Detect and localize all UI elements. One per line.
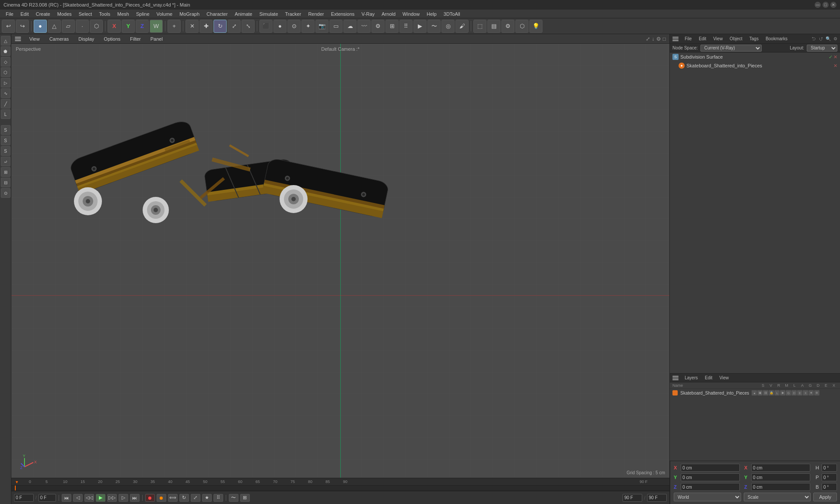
timeline-settings-button[interactable]: ⠿ <box>214 494 223 502</box>
rp-object-menu[interactable]: Object <box>728 35 745 42</box>
layer-play-icon[interactable]: ▶ <box>780 390 785 396</box>
coord-y-input[interactable] <box>681 473 740 481</box>
sidebar-btn-10[interactable]: ⊞ <box>1 167 10 177</box>
menu-window[interactable]: Window <box>399 10 423 18</box>
uvw-mode-button[interactable]: ⬡ <box>90 20 103 33</box>
rp-icon-3[interactable]: 🔍 <box>826 36 831 41</box>
menu-help[interactable]: Help <box>424 10 440 18</box>
render-button[interactable]: ⬡ <box>515 20 528 33</box>
viewport-panel-menu[interactable]: Panel <box>148 35 165 42</box>
coord-x-input[interactable] <box>681 464 740 472</box>
menu-render[interactable]: Render <box>305 10 327 18</box>
menu-edit[interactable]: Edit <box>18 10 32 18</box>
light-button-2[interactable]: 💡 <box>529 20 542 33</box>
layer-d-icon[interactable]: D <box>791 390 797 396</box>
end-frame-input[interactable] <box>623 494 642 502</box>
start-frame-input[interactable] <box>38 494 56 502</box>
menu-tools[interactable]: Tools <box>96 10 113 18</box>
sidebar-btn-7[interactable]: ╱ <box>1 99 10 108</box>
menu-vray[interactable]: V-Ray <box>358 10 378 18</box>
keyframe-rot-button[interactable]: ↻ <box>179 494 189 502</box>
goto-end-button[interactable]: ⏭ <box>130 494 140 502</box>
layout-dropdown[interactable]: Startup <box>807 45 837 52</box>
polygon-mode-button[interactable]: △ <box>48 20 61 33</box>
menu-create[interactable]: Create <box>33 10 53 18</box>
rotate-y-button[interactable]: Y <box>122 20 135 33</box>
subdivision-check-icon[interactable]: ✓ <box>829 54 833 60</box>
sphere-button[interactable]: ● <box>273 20 287 33</box>
playhead[interactable] <box>15 486 16 490</box>
nurbs-button[interactable]: ◎ <box>441 20 455 33</box>
viewport-menu-icon[interactable] <box>15 37 21 41</box>
menu-extensions[interactable]: Extensions <box>328 10 357 18</box>
viewport-cameras-menu[interactable]: Cameras <box>47 35 72 42</box>
layer-x-icon[interactable]: X <box>803 390 808 396</box>
timeline-extra-button[interactable]: ⊞ <box>240 494 250 502</box>
timeline-track[interactable] <box>11 486 669 491</box>
cube-button[interactable]: ⬛ <box>259 20 273 33</box>
floor-button[interactable]: ▭ <box>329 20 343 33</box>
paint-button[interactable]: 🖌 <box>455 20 469 33</box>
rp-icon-1[interactable]: ⮌ <box>812 36 816 41</box>
render-settings-button[interactable]: ⚙ <box>501 20 514 33</box>
menu-mograph[interactable]: MoGraph <box>176 10 203 18</box>
next-keyframe-button[interactable]: ▷▷ <box>107 494 117 502</box>
menu-select[interactable]: Select <box>76 10 95 18</box>
sidebar-btn-s1[interactable]: S <box>1 125 10 135</box>
menu-modes[interactable]: Modes <box>54 10 75 18</box>
rp-icon-2[interactable]: ⮍ <box>819 36 823 41</box>
sidebar-btn-1[interactable]: △ <box>1 36 10 46</box>
layer-render-icon[interactable]: ▤ <box>763 390 768 396</box>
cylinder-button[interactable]: ⊙ <box>287 20 301 33</box>
sidebar-btn-4[interactable]: ⬡ <box>1 67 10 77</box>
object-item-skateboard[interactable]: ● Skateboard_Shattered_into_Pieces ✕ <box>670 61 840 70</box>
rotate-tool-button[interactable]: ↻ <box>214 20 227 33</box>
viewport-display-menu[interactable]: Display <box>76 35 97 42</box>
current-frame-input[interactable] <box>14 494 34 502</box>
maximize-button[interactable]: □ <box>822 2 829 8</box>
sidebar-btn-s3[interactable]: S <box>1 146 10 156</box>
effector-button[interactable]: ▶ <box>413 20 427 33</box>
transform-tool-button[interactable]: ⤡ <box>242 20 255 33</box>
sidebar-btn-2[interactable]: ⬟ <box>1 46 10 56</box>
object-mode-button[interactable]: ● <box>34 20 47 33</box>
rp-bookmarks-menu[interactable]: Bookmarks <box>763 35 790 42</box>
menu-mesh[interactable]: Mesh <box>114 10 132 18</box>
keyframe-scale-button[interactable]: ⤢ <box>191 494 200 502</box>
edge-mode-button[interactable]: ▱ <box>62 20 75 33</box>
sidebar-btn-s2[interactable]: S <box>1 136 10 145</box>
layer-l-icon[interactable]: L <box>774 390 780 396</box>
rp-tags-menu[interactable]: Tags <box>747 35 761 42</box>
minimize-button[interactable]: — <box>815 2 821 8</box>
sidebar-btn-3[interactable]: ◇ <box>1 57 10 66</box>
layer-eye-icon[interactable]: ● <box>752 390 757 396</box>
array-button[interactable]: ⊞ <box>385 20 399 33</box>
rotate-x-button[interactable]: X <box>108 20 121 33</box>
sidebar-btn-9[interactable]: ⤾ <box>1 157 10 166</box>
add-object-button[interactable]: + <box>168 20 181 33</box>
rp-icon-4[interactable]: ⚙ <box>833 36 837 41</box>
menu-file[interactable]: File <box>3 10 17 18</box>
sidebar-btn-5[interactable]: ▷ <box>1 78 10 88</box>
layer-menu-icon[interactable] <box>672 376 679 380</box>
autokey-button[interactable]: ⏺ <box>157 494 166 502</box>
menu-spline[interactable]: Spline <box>133 10 153 18</box>
coord-z-input[interactable] <box>681 483 740 491</box>
keyframe-all-button[interactable]: ★ <box>202 494 212 502</box>
menu-character[interactable]: Character <box>203 10 231 18</box>
menu-arnold[interactable]: Arnold <box>378 10 399 18</box>
subdivision-close-icon[interactable]: ✕ <box>833 54 837 60</box>
select-tool-button[interactable]: ✕ <box>186 20 199 33</box>
motion-path-button[interactable]: 〜 <box>229 494 238 502</box>
render-region-button[interactable]: ⬚ <box>473 20 486 33</box>
world-dropdown[interactable]: World <box>674 493 741 501</box>
layer-view-menu[interactable]: View <box>717 374 731 381</box>
rp-view-menu[interactable]: View <box>711 35 725 42</box>
light-button[interactable]: ✦ <box>301 20 315 33</box>
viewport-settings-icon[interactable]: ⚙ <box>656 36 661 42</box>
layer-edit-menu[interactable]: Edit <box>703 374 714 381</box>
spline-button[interactable]: 〜 <box>427 20 441 33</box>
render-view-button[interactable]: ▤ <box>487 20 500 33</box>
keyframe-pos-button[interactable]: ⟺ <box>168 494 178 502</box>
layer-item-skateboard[interactable]: Skateboard_Shattered_into_Pieces ● ▣ ▤ 🔒… <box>670 389 840 397</box>
